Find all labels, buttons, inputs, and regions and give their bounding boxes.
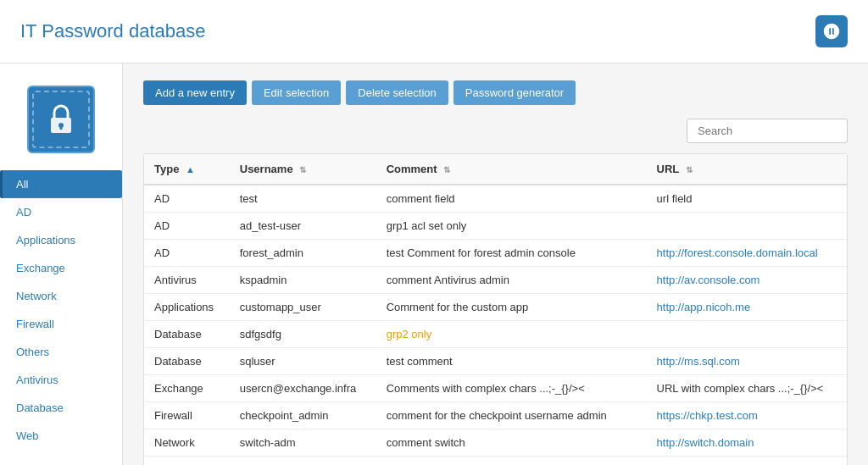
delete-selection-button[interactable]: Delete selection xyxy=(346,80,448,105)
sidebar-item-others[interactable]: Others xyxy=(0,338,122,366)
cell-username: switch-adm xyxy=(230,429,376,457)
cell-type: Applications xyxy=(144,294,230,321)
cell-username: kspadmin xyxy=(230,267,376,294)
cell-url: URL with complex chars ...;-_{}/>< xyxy=(647,375,847,402)
sidebar: AllADApplicationsExchangeNetworkFirewall… xyxy=(0,64,123,465)
app-title: IT Password database xyxy=(20,20,206,42)
toolbar: Add a new entry Edit selection Delete se… xyxy=(143,80,848,105)
settings-icon xyxy=(822,22,841,41)
cell-comment: comment switch xyxy=(376,429,647,457)
svg-rect-0 xyxy=(51,118,71,133)
cell-url: http://av.console.com xyxy=(647,267,847,294)
table-row[interactable]: WebuserADPassword entry with all groups … xyxy=(144,457,847,466)
cell-username: usercn@exchange.infra xyxy=(230,375,376,402)
data-table: Type ▲ Username ⇅ Comment ⇅ URL xyxy=(143,153,848,465)
cell-username: customapp_user xyxy=(230,294,376,321)
table-row[interactable]: Applicationscustomapp_userComment for th… xyxy=(144,294,847,321)
main-layout: AllADApplicationsExchangeNetworkFirewall… xyxy=(0,64,868,465)
sort-arrows-comment: ⇅ xyxy=(443,165,450,174)
cell-url: http://ms.sql.com xyxy=(647,348,847,375)
sidebar-item-all[interactable]: All xyxy=(0,170,122,198)
cell-url: url field xyxy=(647,185,847,213)
main-content: Add a new entry Edit selection Delete se… xyxy=(123,64,868,465)
cell-username: sqluser xyxy=(230,348,376,375)
cell-comment: grp2 only xyxy=(376,321,647,348)
cell-comment: test comment xyxy=(376,348,647,375)
sort-arrows-username: ⇅ xyxy=(299,165,306,174)
cell-url xyxy=(647,321,847,348)
col-url[interactable]: URL ⇅ xyxy=(647,154,847,185)
cell-username: forest_admin xyxy=(230,240,376,267)
sidebar-item-database[interactable]: Database xyxy=(0,394,122,422)
table-row[interactable]: ADtestcomment fieldurl field xyxy=(144,185,847,213)
lock-icon-box xyxy=(27,86,95,153)
cell-url: http://google.com xyxy=(647,457,847,466)
col-type[interactable]: Type ▲ xyxy=(144,154,230,185)
cell-comment: test Comment for forest admin console xyxy=(376,240,647,267)
cell-type: Exchange xyxy=(144,375,230,402)
cell-username: test xyxy=(230,185,376,213)
add-entry-button[interactable]: Add a new entry xyxy=(143,80,247,105)
settings-icon-button[interactable] xyxy=(815,15,848,47)
cell-comment: Comments with complex chars ...;-_{}/>< xyxy=(376,375,647,402)
cell-url: http://app.nicoh.me xyxy=(647,294,847,321)
svg-point-1 xyxy=(58,123,64,128)
cell-type: AD xyxy=(144,185,230,213)
table-row[interactable]: ADforest_admintest Comment for forest ad… xyxy=(144,240,847,267)
table-row[interactable]: Networkswitch-admcomment switchhttp://sw… xyxy=(144,429,847,457)
password-generator-button[interactable]: Password generator xyxy=(453,80,576,105)
cell-comment: Password entry with all groups in the ac… xyxy=(376,457,647,466)
entries-table: Type ▲ Username ⇅ Comment ⇅ URL xyxy=(144,154,847,465)
sidebar-item-antivirus[interactable]: Antivirus xyxy=(0,366,122,394)
cell-comment: Comment for the custom app xyxy=(376,294,647,321)
table-row[interactable]: Exchangeusercn@exchange.infraComments wi… xyxy=(144,375,847,402)
col-comment-label: Comment xyxy=(387,163,437,175)
table-header: Type ▲ Username ⇅ Comment ⇅ URL xyxy=(144,154,847,185)
cell-username: sdfgsdfg xyxy=(230,321,376,348)
cell-comment: comment field xyxy=(376,185,647,213)
cell-type: Firewall xyxy=(144,402,230,429)
search-bar xyxy=(143,119,848,143)
col-url-label: URL xyxy=(657,163,679,175)
cell-url: http://forest.console.domain.local xyxy=(647,240,847,267)
cell-type: Network xyxy=(144,429,230,457)
table-row[interactable]: Antiviruskspadmincomment Antivirus admin… xyxy=(144,267,847,294)
app-header: IT Password database xyxy=(0,0,868,64)
sidebar-item-network[interactable]: Network xyxy=(0,282,122,310)
cell-url xyxy=(647,213,847,240)
cell-type: Antivirus xyxy=(144,267,230,294)
cell-url: https://chkp.test.com xyxy=(647,402,847,429)
table-row[interactable]: ADad_test-usergrp1 acl set only xyxy=(144,213,847,240)
cell-username: ad_test-user xyxy=(230,213,376,240)
svg-rect-2 xyxy=(60,125,63,130)
cell-username: userAD xyxy=(230,457,376,466)
cell-type: Web xyxy=(144,457,230,466)
cell-type: AD xyxy=(144,240,230,267)
cell-comment: comment Antivirus admin xyxy=(376,267,647,294)
sidebar-item-firewall[interactable]: Firewall xyxy=(0,310,122,338)
table-header-row: Type ▲ Username ⇅ Comment ⇅ URL xyxy=(144,154,847,185)
sidebar-item-exchange[interactable]: Exchange xyxy=(0,254,122,282)
cell-url: http://switch.domain xyxy=(647,429,847,457)
sidebar-nav: AllADApplicationsExchangeNetworkFirewall… xyxy=(0,170,122,450)
table-row[interactable]: Databasesqlusertest commenthttp://ms.sql… xyxy=(144,348,847,375)
col-username-label: Username xyxy=(240,163,293,175)
table-row[interactable]: Databasesdfgsdfggrp2 only xyxy=(144,321,847,348)
col-type-label: Type xyxy=(154,163,179,175)
edit-selection-button[interactable]: Edit selection xyxy=(252,80,341,105)
search-input[interactable] xyxy=(687,119,848,143)
sidebar-item-web[interactable]: Web xyxy=(0,422,122,450)
col-username[interactable]: Username ⇅ xyxy=(230,154,376,185)
lock-icon xyxy=(42,101,80,138)
table-row[interactable]: Firewallcheckpoint_admincomment for the … xyxy=(144,402,847,429)
cell-type: Database xyxy=(144,348,230,375)
cell-comment: grp1 acl set only xyxy=(376,213,647,240)
sidebar-item-ad[interactable]: AD xyxy=(0,198,122,226)
sort-asc-icon: ▲ xyxy=(186,164,195,174)
table-body: ADtestcomment fieldurl fieldADad_test-us… xyxy=(144,185,847,465)
sidebar-item-applications[interactable]: Applications xyxy=(0,226,122,254)
cell-type: AD xyxy=(144,213,230,240)
sort-arrows-url: ⇅ xyxy=(686,165,693,174)
cell-type: Database xyxy=(144,321,230,348)
col-comment[interactable]: Comment ⇅ xyxy=(376,154,647,185)
